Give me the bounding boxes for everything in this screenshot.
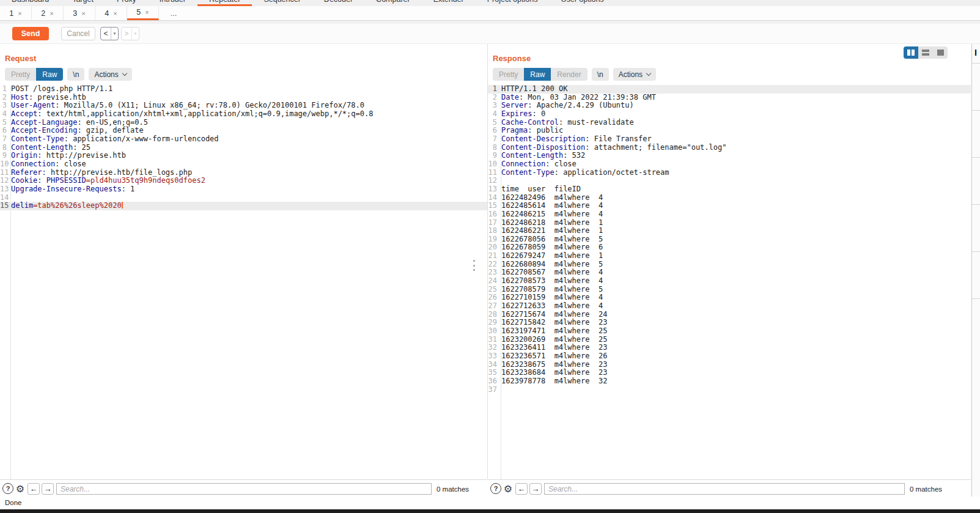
menu-item-repeater[interactable]: Repeater: [197, 0, 252, 6]
response-line-7: 7Content-Description: File Transfer: [488, 135, 971, 144]
menu-item-sequencer[interactable]: Sequencer: [252, 0, 312, 6]
request-show-newlines-button[interactable]: \n: [67, 68, 84, 81]
line-content: 1622708573 m4lwhere 4: [501, 277, 603, 286]
request-tab-raw[interactable]: Raw: [36, 68, 63, 81]
main-menu-items: DashboardTargetProxyIntruderRepeaterSequ…: [0, 0, 616, 6]
help-icon[interactable]: ?: [490, 483, 501, 494]
line-number: 4: [488, 110, 499, 119]
repeater-tab-4[interactable]: 4×: [95, 6, 127, 20]
columns-layout-icon: [907, 50, 915, 56]
line-content: 1622486215 m4lwhere 4: [501, 210, 603, 219]
line-content: Connection: close: [11, 160, 86, 169]
search-next-button[interactable]: →: [42, 483, 54, 495]
line-number: 33: [488, 352, 499, 361]
menu-item-project-options[interactable]: Project options: [476, 0, 550, 6]
repeater-tab-5[interactable]: 5×: [127, 6, 159, 20]
search-previous-button[interactable]: ←: [28, 483, 40, 495]
response-show-newlines-button[interactable]: \n: [592, 68, 609, 81]
request-line-4: 4Accept: text/html,application/xhtml+xml…: [0, 110, 487, 119]
request-line-2: 2Host: previse.htb: [0, 94, 487, 102]
response-actions-button[interactable]: Actions: [613, 68, 656, 81]
menu-item-target[interactable]: Target: [61, 0, 105, 6]
menu-item-dashboard[interactable]: Dashboard: [0, 0, 61, 6]
response-tab-raw[interactable]: Raw: [524, 68, 551, 81]
main-menu-bar: DashboardTargetProxyIntruderRepeaterSequ…: [0, 0, 980, 6]
response-search-input[interactable]: [544, 483, 905, 495]
response-panel-title: Response: [493, 54, 531, 63]
actions-label: Actions: [94, 70, 118, 79]
request-line-7: 7Content-Type: application/x-www-form-ur…: [0, 135, 487, 144]
line-number: 1: [488, 85, 499, 94]
menu-item-proxy[interactable]: Proxy: [105, 0, 148, 6]
cancel-button[interactable]: Cancel: [61, 27, 95, 40]
line-number: 22: [488, 260, 499, 269]
line-content: Upgrade-Insecure-Requests: 1: [11, 185, 134, 194]
search-next-button[interactable]: →: [529, 483, 542, 495]
history-forward-button[interactable]: > ▾: [121, 27, 139, 40]
line-content: 1623238675 m4lwhere 23: [501, 361, 607, 369]
line-content: Content-Disposition: attachment; filenam…: [501, 144, 726, 152]
request-actions-button[interactable]: Actions: [89, 68, 131, 81]
search-previous-button[interactable]: ←: [515, 483, 528, 495]
response-tab-render[interactable]: Render: [551, 68, 587, 81]
repeater-tab-1[interactable]: 1×: [0, 6, 32, 20]
response-line-28: 281622715674 m4lwhere 24: [488, 311, 971, 319]
search-settings-gear-icon[interactable]: ⚙: [503, 483, 514, 494]
tab-close-icon[interactable]: ×: [50, 10, 53, 17]
line-content: 1622712633 m4lwhere 4: [501, 302, 603, 311]
repeater-tab-3[interactable]: 3×: [64, 6, 95, 20]
panel-divider-grip[interactable]: [473, 260, 476, 271]
request-tab-pretty[interactable]: Pretty: [5, 68, 36, 81]
request-search-input[interactable]: [56, 483, 432, 495]
menu-item-comparer[interactable]: Comparer: [364, 0, 422, 6]
menu-item-intruder[interactable]: Intruder: [148, 0, 197, 6]
repeater-tab-overflow[interactable]: ...: [159, 6, 188, 20]
inspector-section-divider: [972, 63, 980, 64]
search-settings-gear-icon[interactable]: ⚙: [15, 483, 26, 494]
request-editor[interactable]: 1POST /logs.php HTTP/1.12Host: previse.h…: [0, 85, 487, 479]
menu-item-extender[interactable]: Extender: [422, 0, 476, 6]
request-line-3: 3User-Agent: Mozilla/5.0 (X11; Linux x86…: [0, 101, 487, 110]
response-line-33: 331623236571 m4lwhere 26: [488, 352, 971, 361]
line-content: 1623236411 m4lwhere 23: [501, 344, 607, 352]
response-line-36: 361623978778 m4lwhere 32: [488, 377, 971, 386]
tab-close-icon[interactable]: ×: [18, 10, 21, 17]
line-number: 18: [488, 227, 499, 235]
menu-item-decoder[interactable]: Decoder: [312, 0, 364, 6]
layout-rows-button[interactable]: [918, 46, 933, 59]
line-number: 7: [0, 135, 9, 144]
request-line-9: 9Origin: http://previse.htb: [0, 152, 487, 160]
request-view-tabs: PrettyRaw\nActions: [5, 68, 132, 81]
tab-label: 5: [136, 8, 141, 17]
line-content: POST /logs.php HTTP/1.1: [11, 85, 112, 94]
response-line-19: 191622678056 m4lwhere 5: [488, 235, 971, 244]
response-line-4: 4Expires: 0: [488, 110, 971, 119]
line-content: 1623236571 m4lwhere 26: [501, 352, 607, 361]
line-content: Connection: close: [501, 160, 577, 169]
inspector-section-divider: [972, 251, 980, 252]
layout-single-button[interactable]: [933, 46, 948, 59]
response-editor[interactable]: 1HTTP/1.1 200 OK2Date: Mon, 03 Jan 2022 …: [488, 85, 971, 479]
help-icon[interactable]: ?: [2, 483, 13, 494]
rows-layout-icon: [922, 50, 929, 56]
tab-close-icon[interactable]: ×: [145, 9, 149, 16]
response-line-24: 241622708573 m4lwhere 4: [488, 277, 971, 286]
menu-item-user-options[interactable]: User options: [549, 0, 615, 6]
response-tab-pretty[interactable]: Pretty: [493, 68, 524, 81]
inspector-section-divider: [972, 204, 980, 205]
response-line-34: 341623238675 m4lwhere 23: [488, 361, 971, 369]
inspector-collapsed-panel[interactable]: I: [971, 44, 980, 496]
history-forward-dropdown-icon[interactable]: ▾: [132, 28, 139, 40]
tab-close-icon[interactable]: ×: [81, 10, 85, 17]
tab-label: 2: [41, 9, 45, 18]
history-back-dropdown-icon[interactable]: ▾: [111, 28, 118, 40]
line-number: 15: [488, 202, 499, 210]
line-number: 10: [488, 160, 499, 169]
send-button[interactable]: Send: [12, 27, 49, 40]
response-line-14: 141622482496 m4lwhere 4: [488, 194, 971, 202]
chevron-down-icon: [122, 71, 127, 76]
history-back-button[interactable]: < ▾: [100, 27, 119, 40]
repeater-tab-2[interactable]: 2×: [32, 6, 64, 20]
tab-close-icon[interactable]: ×: [113, 10, 117, 17]
layout-columns-button[interactable]: [904, 46, 918, 59]
